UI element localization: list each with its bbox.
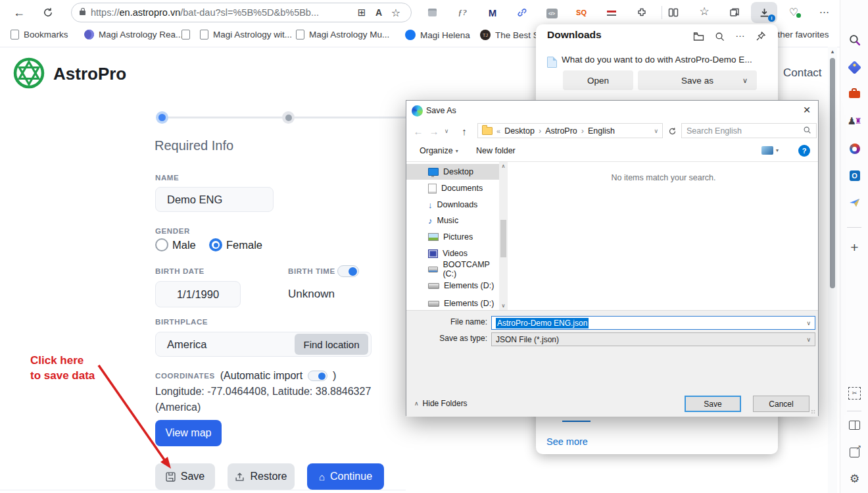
sidebar-item-documents[interactable]: Documents (406, 180, 499, 196)
dialog-search-box[interactable]: Search English (681, 123, 817, 138)
bookmark-bookmarks[interactable]: Bookmarks (11, 30, 68, 39)
bookmark-magi-helena[interactable]: Magi Helena (405, 30, 470, 40)
auto-import-toggle[interactable] (308, 371, 327, 381)
gender-female-option[interactable]: Female (209, 238, 262, 251)
collections-icon[interactable] (729, 7, 740, 18)
crumb-english[interactable]: English (588, 126, 615, 136)
nav-history-chevron-icon[interactable]: ∨ (442, 126, 451, 136)
sidebar-item-downloads[interactable]: ↓Downloads (406, 197, 499, 213)
scroll-thumb[interactable] (500, 220, 506, 257)
pin-downloads-icon[interactable] (754, 30, 768, 43)
bookmark-blank[interactable] (181, 30, 190, 39)
drop-icon[interactable] (840, 193, 868, 213)
bookmark-magi-rea[interactable]: Magi Astrology Rea... (84, 30, 183, 39)
refresh-icon[interactable] (41, 5, 55, 20)
downloads-more-icon[interactable]: … (733, 26, 748, 39)
scroll-down-icon[interactable]: ∨ (499, 303, 508, 309)
back-icon[interactable]: ← (12, 5, 26, 20)
hide-folders-button[interactable]: ∧ Hide Folders (414, 399, 468, 408)
link-extension-icon[interactable] (516, 7, 528, 18)
resize-grip[interactable] (811, 410, 816, 415)
type-chevron-icon[interactable]: ∨ (806, 336, 811, 343)
nav-up-icon[interactable]: ↑ (458, 124, 471, 138)
breadcrumb-chevron-icon[interactable]: ∨ (654, 128, 658, 134)
open-external-icon[interactable]: ↗ (840, 442, 868, 462)
code-extension-icon[interactable]: </> (546, 7, 558, 19)
sidebar-settings-icon[interactable]: ⚙ (840, 469, 868, 488)
dialog-close-icon[interactable]: × (798, 102, 815, 118)
sidebar-item-elements[interactable]: Elements (D:) (406, 278, 499, 294)
split-window-icon[interactable]: ⊞ (353, 7, 370, 18)
scroll-up-icon[interactable]: ∧ (499, 163, 508, 169)
sidebar-item-videos[interactable]: Videos (406, 246, 499, 261)
malwarebytes-icon[interactable]: M (487, 7, 498, 18)
continue-button[interactable]: ⌂ Continue (307, 463, 384, 490)
sidebar-item-music[interactable]: ♪Music (406, 213, 499, 228)
gender-male-option[interactable]: Male (155, 238, 196, 251)
file-list-area[interactable]: No items match your search. (509, 162, 818, 310)
crumb-astropro[interactable]: AstroPro (545, 126, 577, 136)
help-button[interactable]: ? (798, 145, 810, 157)
save-as-download-button[interactable]: Save as ∨ (638, 70, 757, 90)
browser-essentials-icon[interactable]: ♡ (788, 6, 800, 18)
sidebar-item-bootcamp[interactable]: BOOTCAMP (C:) (406, 261, 499, 277)
filename-chevron-icon[interactable]: ∨ (806, 320, 811, 326)
list-extension-icon[interactable] (606, 7, 617, 19)
web-capture-icon[interactable]: ✂ (840, 383, 868, 403)
sq-extension-icon[interactable]: SQ (575, 7, 587, 18)
add-sidebar-item-icon[interactable]: + (840, 238, 868, 257)
favorite-star-icon[interactable]: ☆ (387, 7, 404, 19)
male-radio[interactable] (155, 238, 168, 251)
bookmark-magi-mu[interactable]: Magi Astrology Mu... (296, 30, 389, 39)
extension-fq-icon[interactable]: ƒ? (456, 7, 468, 18)
bookmark-magi-wit[interactable]: Magi Astrology wit... (200, 30, 292, 39)
sidebar-item-pictures[interactable]: Pictures (406, 229, 499, 245)
crumb-desktop[interactable]: Desktop (504, 126, 535, 136)
sidebar-search-icon[interactable] (840, 30, 868, 49)
save-as-type-select[interactable]: JSON File (*.json) ∨ (491, 332, 815, 346)
sidebar-item-elements-2[interactable]: Elements (D:) (406, 296, 499, 310)
page-scrollbar[interactable]: ▴ (828, 47, 837, 493)
tools-icon[interactable] (840, 84, 868, 104)
see-more-link[interactable]: See more (546, 436, 588, 447)
dialog-search-icon[interactable] (803, 126, 811, 136)
collapsed-crumbs-icon[interactable]: « (496, 127, 500, 135)
scrollbar-thumb[interactable] (830, 58, 835, 288)
scrollbar-up-icon[interactable]: ▴ (828, 48, 837, 55)
split-screen-icon[interactable] (667, 7, 679, 18)
settings-more-icon[interactable]: … (819, 4, 831, 16)
extension-package-icon[interactable] (426, 7, 438, 18)
save-as-chevron-icon[interactable]: ∨ (742, 76, 748, 85)
nav-back-icon[interactable]: ← (412, 124, 425, 138)
microsoft365-icon[interactable] (840, 139, 868, 159)
dialog-sidebar-scrollbar[interactable]: ∧ ∨ (499, 162, 508, 310)
file-name-input[interactable]: AstroPro-Demo ENG.json ∨ (491, 316, 815, 330)
dialog-save-button[interactable]: Save (685, 396, 741, 412)
games-icon[interactable]: ♟♜ (840, 111, 868, 131)
favorites-icon[interactable]: ☆ (698, 5, 710, 17)
find-location-button[interactable]: Find location (295, 334, 368, 355)
bookmark-the-best[interactable]: TJThe Best Sc (480, 30, 544, 40)
open-download-button[interactable]: Open (563, 70, 633, 90)
female-radio[interactable] (209, 238, 222, 251)
dialog-refresh-icon[interactable] (665, 124, 679, 138)
new-folder-button[interactable]: New folder (476, 146, 516, 155)
open-downloads-folder-icon[interactable] (691, 30, 706, 43)
restore-button[interactable]: Restore (228, 463, 295, 490)
address-bar[interactable]: https://en.astropro.vn/bat-dau?sl=%5B%5D… (71, 3, 412, 22)
shopping-icon[interactable] (840, 57, 868, 77)
nav-forward-icon[interactable]: → (427, 124, 441, 138)
dialog-cancel-button[interactable]: Cancel (753, 396, 809, 412)
search-downloads-icon[interactable] (712, 30, 727, 43)
organize-button[interactable]: Organize▾ (420, 146, 458, 155)
breadcrumb[interactable]: « Desktop › AstroPro › English ∨ (477, 123, 663, 138)
birth-date-input[interactable]: 1/1/1990 (155, 281, 241, 307)
extensions-puzzle-icon[interactable] (636, 7, 648, 18)
truncated-link[interactable] (562, 419, 591, 422)
sidebar-item-desktop[interactable]: Desktop (406, 164, 499, 180)
split-panel-icon[interactable] (840, 415, 868, 435)
read-aloud-icon[interactable]: A (370, 7, 387, 18)
birth-time-toggle[interactable] (337, 265, 359, 277)
view-mode-button[interactable]: ▾ (761, 146, 779, 155)
outlook-icon[interactable]: O (840, 166, 868, 186)
